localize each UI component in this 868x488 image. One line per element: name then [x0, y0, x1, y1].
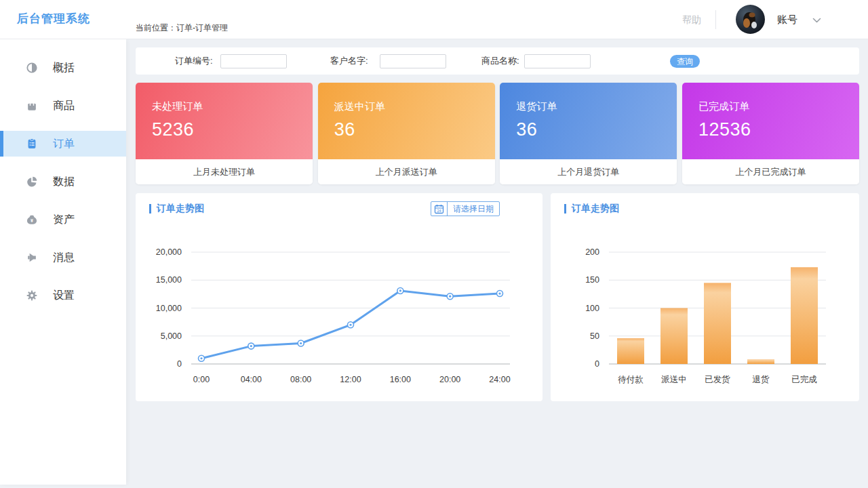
svg-text:15,000: 15,000	[156, 275, 182, 285]
svg-text:¥: ¥	[31, 218, 33, 224]
stat-card-title: 派送中订单	[334, 100, 479, 113]
svg-text:100: 100	[585, 304, 599, 313]
svg-text:0:00: 0:00	[193, 375, 210, 384]
chevron-down-icon[interactable]	[812, 18, 821, 24]
sidebar-item-products[interactable]: 商品	[0, 93, 126, 119]
contrast-icon	[25, 61, 39, 75]
svg-text:0: 0	[595, 359, 599, 369]
svg-text:派送中: 派送中	[660, 375, 687, 384]
svg-text:150: 150	[585, 275, 599, 285]
svg-text:50: 50	[590, 331, 599, 341]
sidebar-item-label: 资产	[53, 213, 75, 227]
date-picker-label: 请选择日期	[448, 203, 499, 215]
stat-card-body: 已完成订单 12536	[682, 83, 859, 159]
search-panel: 订单编号: 客户名字: 商品名称: 查询	[136, 47, 859, 75]
sidebar-item-label: 消息	[53, 251, 75, 265]
sidebar-item-orders[interactable]: 订单	[0, 131, 126, 157]
svg-text:已发货: 已发货	[705, 375, 730, 384]
money-bag-icon: ¥	[25, 213, 39, 226]
avatar[interactable]	[736, 5, 765, 34]
header-divider	[715, 10, 716, 29]
sidebar-item-assets[interactable]: ¥ 资产	[0, 207, 126, 232]
stat-card-title: 已完成订单	[698, 100, 843, 113]
product-name-input[interactable]	[524, 54, 591, 68]
panel-accent-bar	[149, 204, 151, 214]
sidebar-item-data[interactable]: 数据	[0, 169, 126, 195]
sidebar-item-label: 设置	[53, 289, 75, 303]
sidebar-item-overview[interactable]: 概括	[0, 55, 126, 81]
order-clipboard-icon	[25, 137, 39, 150]
stat-card-returns: 退货订单 36 上个月退货订单	[500, 83, 677, 184]
sidebar-item-label: 数据	[53, 175, 75, 189]
stat-card-value: 36	[334, 119, 479, 140]
stat-card-title: 未处理订单	[152, 100, 296, 113]
svg-text:待付款: 待付款	[618, 375, 644, 384]
svg-text:200: 200	[585, 247, 599, 257]
sidebar: 概括 商品 订单 数据 ¥ 资产 消息 设置	[0, 39, 126, 485]
top-bar: 后台管理系统 当前位置：订单-订单管理 帮助 账号	[0, 0, 868, 39]
line-chart: 05,00010,00015,00020,0000:0004:0008:0012…	[136, 234, 542, 400]
customer-name-input[interactable]	[380, 54, 446, 68]
svg-text:24:00: 24:00	[489, 375, 510, 384]
gear-icon	[25, 289, 39, 302]
breadcrumb: 当前位置：订单-订单管理	[136, 22, 228, 34]
line-chart-panel: 订单走势图 24 请选择日期 05,00010,00015,00020,0000…	[136, 193, 542, 401]
bar-chart-panel: 订单走势图 050100150200待付款派送中已发货退货已完成	[551, 193, 859, 401]
bar-chart: 050100150200待付款派送中已发货退货已完成	[551, 234, 859, 400]
speaker-icon	[25, 251, 39, 264]
svg-text:20:00: 20:00	[439, 375, 460, 384]
stat-card-body: 退货订单 36	[500, 83, 677, 159]
svg-text:退货: 退货	[753, 375, 770, 384]
date-picker[interactable]: 24 请选择日期	[431, 201, 500, 216]
stat-card-footer: 上个月派送订单	[318, 159, 495, 184]
stat-card-footer: 上月未处理订单	[136, 159, 313, 184]
stat-card-title: 退货订单	[516, 100, 660, 113]
stat-cards: 未处理订单 5236 上月未处理订单 派送中订单 36 上个月派送订单 退货订单…	[136, 83, 859, 184]
stat-card-body: 未处理订单 5236	[136, 83, 313, 159]
svg-text:04:00: 04:00	[241, 375, 262, 384]
panel-accent-bar	[564, 204, 566, 214]
sidebar-item-label: 概括	[53, 61, 75, 75]
query-button[interactable]: 查询	[670, 55, 700, 68]
stat-card-completed: 已完成订单 12536 上个月已完成订单	[682, 83, 859, 184]
stat-card-body: 派送中订单 36	[318, 83, 495, 159]
svg-text:24: 24	[437, 209, 441, 213]
stat-card-value: 36	[516, 119, 660, 140]
panel-title: 订单走势图	[157, 203, 204, 215]
product-name-label: 商品名称:	[481, 47, 519, 75]
panel-header: 订单走势图	[564, 203, 619, 215]
stat-card-footer: 上个月已完成订单	[682, 159, 859, 184]
customer-name-label: 客户名字:	[330, 47, 368, 75]
order-number-input[interactable]	[220, 54, 287, 68]
avatar-image	[736, 5, 765, 34]
sidebar-item-label: 订单	[53, 137, 75, 151]
stat-card-value: 5236	[152, 119, 296, 140]
sidebar-item-settings[interactable]: 设置	[0, 283, 126, 308]
panel-header: 订单走势图	[149, 203, 204, 215]
stat-card-unprocessed: 未处理订单 5236 上月未处理订单	[136, 83, 313, 184]
svg-text:已完成: 已完成	[791, 375, 817, 384]
app-logo: 后台管理系统	[17, 0, 90, 38]
stat-card-value: 12536	[698, 119, 843, 140]
order-number-label: 订单编号:	[175, 47, 213, 75]
svg-text:20,000: 20,000	[156, 247, 182, 257]
stat-card-delivering: 派送中订单 36 上个月派送订单	[318, 83, 495, 184]
help-link[interactable]: 帮助	[682, 0, 701, 39]
svg-text:5,000: 5,000	[161, 331, 182, 341]
stat-card-footer: 上个月退货订单	[500, 159, 677, 184]
svg-text:10,000: 10,000	[156, 304, 182, 313]
svg-text:0: 0	[177, 359, 182, 369]
pie-chart-icon	[25, 175, 39, 188]
svg-text:12:00: 12:00	[340, 375, 361, 384]
calendar-icon: 24	[431, 202, 448, 216]
sidebar-item-label: 商品	[53, 99, 75, 113]
svg-text:16:00: 16:00	[390, 375, 411, 384]
shopping-bag-icon	[25, 99, 39, 113]
sidebar-item-messages[interactable]: 消息	[0, 245, 126, 270]
panel-title: 订单走势图	[572, 203, 619, 215]
svg-text:08:00: 08:00	[290, 375, 311, 384]
account-label[interactable]: 账号	[777, 0, 797, 39]
